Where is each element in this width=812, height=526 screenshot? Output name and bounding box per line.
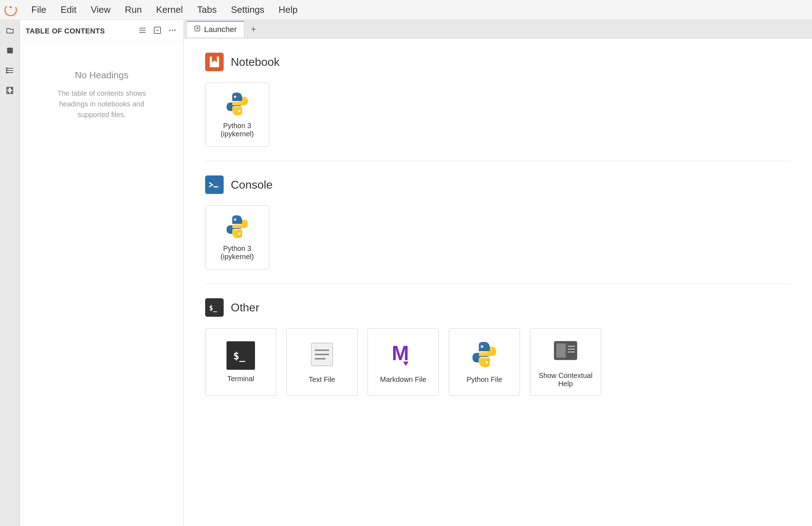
python-logo-1 [224,91,250,117]
notebook-python3-card-1[interactable]: Python 3(ipykernel) [205,83,269,147]
svg-rect-2 [7,48,13,53]
toc-content: No Headings The table of contents shows … [20,41,183,526]
toc-collapse-btn[interactable] [152,25,163,37]
textfile-icon-svg [308,340,336,369]
console-python3-card-1[interactable]: Python 3(ipykernel) [205,205,269,269]
svg-text:$_: $_ [233,350,245,362]
sidebar-stop-btn[interactable] [2,43,18,58]
svg-point-8 [6,72,7,73]
toc-header: TABLE OF CONTENTS [20,20,183,41]
svg-point-25 [234,219,236,221]
sidebar-folder-btn[interactable] [2,23,18,38]
markdown-card-icon: M [389,340,417,370]
python-logo-3 [470,340,499,369]
toc-title: TABLE OF CONTENTS [26,27,105,35]
console-section-title: Console [231,178,272,191]
other-icon-svg: $_ [208,303,220,312]
contextual-help-card-label: Show Contextual Help [535,372,597,388]
stop-icon [6,46,14,55]
toc-panel: TABLE OF CONTENTS [20,20,184,526]
toc-no-headings: No Headings [75,70,128,81]
console-icon-svg [208,180,220,190]
svg-point-35 [481,345,483,348]
launcher-tab[interactable]: Launcher [187,21,244,37]
terminal-icon-svg: $_ [232,347,250,364]
notebook-section-header: Notebook [205,53,791,71]
svg-point-36 [485,361,488,364]
launcher: Notebook [184,38,812,526]
menu-edit[interactable]: Edit [58,3,79,17]
contextual-help-card-icon [551,336,580,367]
svg-point-22 [234,96,236,98]
other-section-title: Other [231,301,259,314]
puzzle-icon [6,86,14,95]
other-section-header: $_ Other [205,298,791,317]
svg-text:M: M [392,341,409,364]
svg-point-0 [4,4,17,16]
launcher-tab-icon [194,25,201,33]
menu-help[interactable]: Help [276,3,300,17]
svg-point-23 [238,110,240,112]
menu-view[interactable]: View [88,3,114,17]
textfile-card-label: Text File [309,375,335,384]
pythonfile-card[interactable]: Python File [449,328,520,396]
list-icon [6,66,14,75]
textfile-card-icon [308,340,336,370]
notebook-cards-row: Python 3(ipykernel) [205,83,791,147]
other-section-divider [205,284,791,284]
svg-point-16 [174,30,176,31]
menu-file[interactable]: File [28,3,49,17]
menu-kernel[interactable]: Kernel [153,3,186,17]
terminal-card[interactable]: $_ Terminal [205,328,276,396]
python-logo-2 [224,214,250,240]
pythonfile-card-label: Python File [467,375,502,384]
console-card-1-label: Python 3(ipykernel) [220,244,254,261]
console-section-divider [205,161,791,161]
main-layout: TABLE OF CONTENTS [0,20,812,526]
sidebar-toc-btn[interactable] [2,63,18,78]
tab-bar: Launcher + [184,20,812,38]
svg-text:$_: $_ [209,304,217,312]
notebook-section-title: Notebook [231,56,280,69]
terminal-card-icon: $_ [227,341,255,370]
console-section-icon [205,175,224,194]
toc-list-btn[interactable] [137,25,148,37]
svg-point-7 [6,70,7,71]
jupyter-logo [4,4,17,16]
folder-icon [6,26,14,35]
sidebar-extensions-btn[interactable] [2,83,18,98]
terminal-card-label: Terminal [227,375,254,383]
textfile-card[interactable]: Text File [286,328,358,396]
toc-more-btn[interactable] [167,25,178,37]
toc-toolbar [137,25,178,37]
new-tab-btn[interactable]: + [247,23,260,36]
svg-point-26 [238,233,240,235]
other-cards-row: $_ Terminal [205,328,791,396]
contextual-help-icon-svg [551,336,580,365]
svg-point-1 [10,6,12,8]
menubar: File Edit View Run Kernel Tabs Settings … [0,0,812,20]
notebook-section-icon [205,53,224,71]
svg-rect-38 [556,343,566,358]
pythonfile-card-icon [470,340,499,370]
menu-run[interactable]: Run [122,3,145,17]
console-cards-row: Python 3(ipykernel) [205,205,791,269]
contextual-help-card[interactable]: Show Contextual Help [530,328,601,396]
other-section-icon: $_ [205,298,224,317]
menu-settings[interactable]: Settings [228,3,267,17]
content-area: Launcher + Notebook [184,20,812,526]
svg-point-6 [6,68,7,69]
svg-point-15 [172,30,173,31]
notebook-card-1-label: Python 3(ipykernel) [220,122,254,138]
markdown-card[interactable]: M Markdown File [368,328,439,396]
markdown-icon-svg: M [389,340,417,369]
terminal-icon-box: $_ [227,341,255,370]
markdown-card-label: Markdown File [380,375,426,384]
console-section-header: Console [205,175,791,194]
toc-description: The table of contents shows headings in … [45,88,159,120]
sidebar-icons [0,20,20,526]
menu-tabs[interactable]: Tabs [194,3,219,17]
launcher-tab-label: Launcher [204,25,237,34]
svg-point-14 [169,30,171,31]
